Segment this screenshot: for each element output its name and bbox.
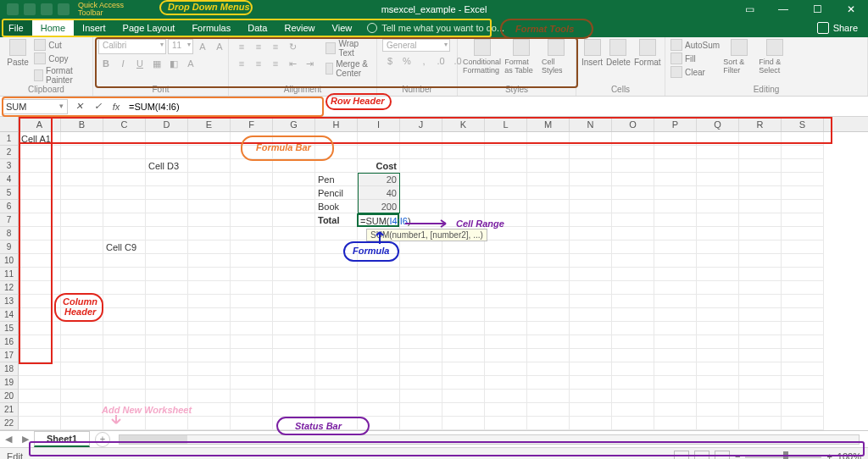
cell-A12[interactable] [19, 281, 61, 295]
cell-S11[interactable] [782, 268, 824, 281]
cell-B6[interactable] [61, 200, 103, 213]
cell-C7[interactable] [103, 213, 146, 227]
zoom-in-button[interactable]: + [826, 451, 832, 460]
cell-G2[interactable] [273, 146, 315, 159]
insert-cells-button[interactable]: Insert [581, 39, 603, 67]
find-select-button[interactable]: Find & Select [759, 39, 791, 75]
fill-color-button[interactable]: ◧ [166, 56, 181, 71]
ribbon-options-icon[interactable]: ▭ [732, 0, 766, 19]
cell-P14[interactable] [654, 308, 697, 322]
cell-G11[interactable] [273, 268, 315, 281]
row-header-18[interactable]: 18 [0, 362, 19, 376]
indent-dec-button[interactable]: ⇤ [285, 56, 300, 71]
select-all-corner[interactable] [0, 117, 19, 131]
cell-B21[interactable] [61, 403, 103, 417]
cell-Q9[interactable] [697, 241, 739, 254]
cell-B3[interactable] [61, 159, 103, 173]
cell-N12[interactable] [570, 281, 612, 295]
cell-G18[interactable] [273, 362, 315, 376]
tab-insert[interactable]: Insert [74, 19, 114, 37]
cell-A16[interactable] [19, 335, 61, 349]
cell-H8[interactable] [315, 227, 358, 241]
italic-button[interactable]: I [115, 56, 131, 71]
cell-A17[interactable] [19, 349, 61, 362]
cell-R2[interactable] [739, 146, 782, 159]
cell-E11[interactable] [188, 268, 231, 281]
cell-S1[interactable] [782, 132, 824, 146]
cell-I6[interactable]: 200 [358, 200, 400, 213]
cell-P19[interactable] [654, 376, 697, 390]
delete-cells-button[interactable]: Delete [606, 39, 631, 67]
cell-G8[interactable] [273, 227, 315, 241]
cell-Q10[interactable] [697, 254, 739, 268]
cell-J18[interactable] [400, 362, 442, 376]
cell-A21[interactable] [19, 403, 61, 417]
cell-styles-button[interactable]: Cell Styles [542, 39, 570, 75]
cell-D18[interactable] [146, 362, 188, 376]
cell-N4[interactable] [570, 173, 612, 186]
cell-M15[interactable] [527, 322, 570, 335]
cell-A4[interactable] [19, 173, 61, 186]
cell-K6[interactable] [442, 200, 485, 213]
cell-I1[interactable] [358, 132, 400, 146]
cell-S3[interactable] [782, 159, 824, 173]
cell-R13[interactable] [739, 295, 782, 308]
cell-I11[interactable] [358, 268, 400, 281]
column-header-C[interactable]: C [103, 117, 146, 131]
cell-R12[interactable] [739, 281, 782, 295]
cell-L17[interactable] [485, 349, 527, 362]
cell-S13[interactable] [782, 295, 824, 308]
cell-A8[interactable] [19, 227, 61, 241]
close-button[interactable]: ✕ [834, 0, 868, 19]
cell-H14[interactable] [315, 308, 358, 322]
cell-P5[interactable] [654, 186, 697, 200]
cell-A19[interactable] [19, 376, 61, 390]
cell-B5[interactable] [61, 186, 103, 200]
cell-R18[interactable] [739, 362, 782, 376]
cell-E12[interactable] [188, 281, 231, 295]
cell-A1[interactable]: Cell A1 [19, 132, 61, 146]
cell-E8[interactable] [188, 227, 231, 241]
cell-C9[interactable]: Cell C9 [103, 241, 146, 254]
row-header-22[interactable]: 22 [0, 417, 19, 430]
cell-H5[interactable]: Pencil [315, 186, 358, 200]
cell-N2[interactable] [570, 146, 612, 159]
cell-E16[interactable] [188, 335, 231, 349]
row-header-6[interactable]: 6 [0, 200, 19, 213]
cell-S7[interactable] [782, 213, 824, 227]
cell-E15[interactable] [188, 322, 231, 335]
cell-S6[interactable] [782, 200, 824, 213]
cell-C15[interactable] [103, 322, 146, 335]
cell-C5[interactable] [103, 186, 146, 200]
cell-O18[interactable] [612, 362, 654, 376]
cell-J4[interactable] [400, 173, 442, 186]
cell-L6[interactable] [485, 200, 527, 213]
cell-L12[interactable] [485, 281, 527, 295]
cell-M9[interactable] [527, 241, 570, 254]
format-as-table-button[interactable]: Format as Table [504, 39, 538, 75]
sheet-nav-next[interactable]: ▶ [17, 434, 34, 445]
cell-H19[interactable] [315, 376, 358, 390]
cell-Q16[interactable] [697, 335, 739, 349]
cell-D16[interactable] [146, 335, 188, 349]
cell-M3[interactable] [527, 159, 570, 173]
cell-L18[interactable] [485, 362, 527, 376]
cell-E19[interactable] [188, 376, 231, 390]
cell-F1[interactable] [231, 132, 273, 146]
cell-N15[interactable] [570, 322, 612, 335]
column-header-J[interactable]: J [400, 117, 442, 131]
zoom-percent[interactable]: 100% [837, 451, 861, 460]
cell-B19[interactable] [61, 376, 103, 390]
cell-D22[interactable] [146, 417, 188, 430]
cell-C11[interactable] [103, 268, 146, 281]
cell-P8[interactable] [654, 227, 697, 241]
font-size-select[interactable]: 11 [168, 39, 193, 54]
cell-G19[interactable] [273, 376, 315, 390]
cell-P4[interactable] [654, 173, 697, 186]
cell-K14[interactable] [442, 308, 485, 322]
cell-N13[interactable] [570, 295, 612, 308]
cell-K21[interactable] [442, 403, 485, 417]
column-header-N[interactable]: N [570, 117, 612, 131]
cell-C3[interactable] [103, 159, 146, 173]
cell-G17[interactable] [273, 349, 315, 362]
